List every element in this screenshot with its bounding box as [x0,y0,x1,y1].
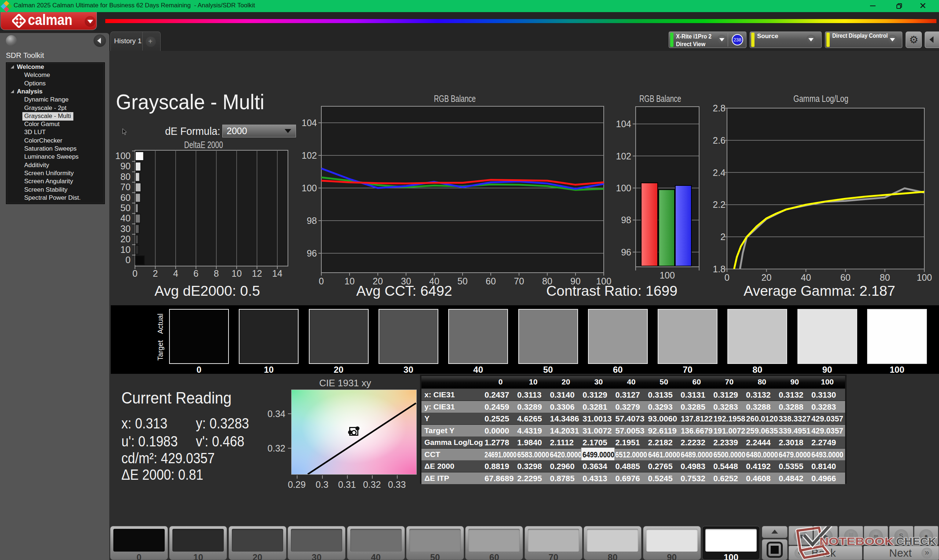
svg-text:60: 60 [120,192,131,203]
svg-text:98: 98 [307,215,317,226]
svg-text:2: 2 [153,268,158,278]
svg-text:0: 0 [725,272,729,283]
svg-text:98: 98 [621,215,631,225]
svg-text:30: 30 [120,223,131,234]
svg-text:100: 100 [917,272,932,283]
svg-text:10: 10 [344,276,355,286]
svg-text:50: 50 [120,203,131,213]
svg-text:60: 60 [486,276,496,286]
svg-text:8: 8 [214,268,219,278]
svg-text:40: 40 [801,272,811,283]
svg-text:0: 0 [133,268,137,278]
svg-text:14: 14 [272,268,282,278]
svg-text:104: 104 [302,118,317,128]
svg-text:4: 4 [173,268,178,278]
svg-text:102: 102 [302,150,317,160]
svg-text:100: 100 [115,151,131,161]
svg-text:10: 10 [120,245,131,255]
svg-text:12: 12 [252,268,262,278]
svg-text:96: 96 [621,247,631,257]
svg-text:102: 102 [616,151,631,161]
svg-text:2.2: 2.2 [713,199,726,210]
svg-text:80: 80 [880,272,890,283]
svg-text:90: 90 [120,161,131,171]
svg-text:104: 104 [616,119,631,129]
svg-text:0: 0 [125,255,131,265]
svg-text:1.8: 1.8 [713,264,726,274]
svg-text:6: 6 [193,268,199,278]
svg-text:96: 96 [307,248,317,258]
svg-text:20: 20 [762,272,772,283]
svg-text:10: 10 [231,268,242,278]
svg-text:RGB Balance: RGB Balance [434,93,476,104]
svg-text:DeltaE 2000: DeltaE 2000 [184,139,223,150]
svg-text:0: 0 [319,276,324,286]
svg-text:70: 70 [120,182,131,192]
svg-text:20: 20 [120,234,131,244]
svg-text:50: 50 [457,276,468,286]
svg-text:100: 100 [660,270,675,280]
svg-text:2.4: 2.4 [713,168,726,178]
svg-text:2.8: 2.8 [713,103,726,113]
svg-text:CHECK: CHECK [896,535,936,547]
svg-text:100: 100 [616,183,631,193]
svg-text:40: 40 [120,213,131,223]
svg-text:Gamma Log/Log: Gamma Log/Log [793,93,848,104]
svg-text:RGB Balance: RGB Balance [639,93,681,104]
svg-text:60: 60 [840,272,851,283]
svg-text:80: 80 [120,172,131,182]
svg-text:70: 70 [514,276,524,286]
svg-text:2.6: 2.6 [713,135,726,146]
svg-text:NOTEBOOK: NOTEBOOK [819,535,894,547]
svg-text:100: 100 [302,183,317,193]
